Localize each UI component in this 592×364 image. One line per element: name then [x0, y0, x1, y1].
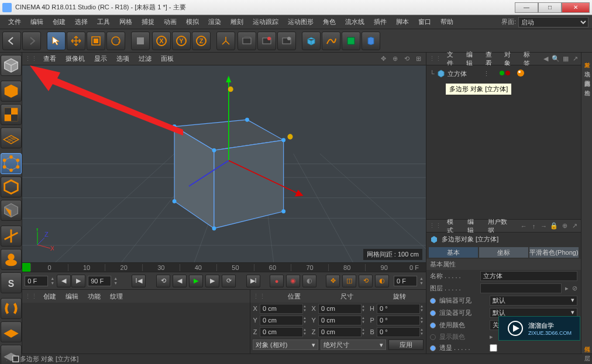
undo-button[interactable]: [2, 32, 21, 50]
menu-mesh[interactable]: 网格: [115, 16, 137, 28]
timeline-ruler[interactable]: 0 10 20 30 40 50 60 70 80 90 0 F: [22, 262, 426, 272]
menu-simulate[interactable]: 模拟: [181, 16, 204, 28]
layer-browse-icon[interactable]: ▸: [565, 285, 569, 292]
menu-mograph[interactable]: 运动图形: [283, 16, 318, 28]
add-deformer-button[interactable]: [362, 32, 380, 50]
layout-select[interactable]: 启动: [518, 17, 588, 27]
grip-icon[interactable]: ⋮⋮: [25, 293, 37, 300]
attr-tab-basic[interactable]: 基本: [429, 247, 478, 258]
vtab-takes[interactable]: 场次: [581, 64, 592, 69]
attr-back-icon[interactable]: ←: [520, 222, 528, 230]
goto-end-button[interactable]: ▶I: [246, 275, 260, 287]
vtab-browser[interactable]: 内容浏览器: [581, 74, 592, 78]
attr-tab-phong[interactable]: 平滑着色(Phong): [529, 247, 579, 258]
render-pv-button[interactable]: [257, 32, 276, 50]
om-item-cube[interactable]: └ 立方体 ⋮: [429, 68, 579, 79]
render-settings-button[interactable]: [277, 32, 296, 50]
attr-lock-icon[interactable]: 🔒: [550, 222, 558, 230]
live-select-tool[interactable]: [47, 32, 66, 50]
vp-layout-icon[interactable]: ⊞: [413, 54, 424, 64]
key-scale-button[interactable]: ◫: [342, 275, 356, 287]
edge-mode-button[interactable]: [1, 176, 22, 197]
keyframe-sel-button[interactable]: ◐: [302, 275, 316, 287]
pos-z-field[interactable]: 0 cm: [260, 327, 303, 337]
range-fwd-button[interactable]: ▶: [71, 275, 85, 287]
attr-tab-coord[interactable]: 坐标: [479, 247, 528, 258]
prop-xray-radio[interactable]: [430, 345, 436, 351]
menu-animate[interactable]: 动画: [159, 16, 181, 28]
vp-nav-zoom-icon[interactable]: ⊕: [390, 54, 400, 64]
grip-icon[interactable]: ⋮⋮: [250, 293, 268, 300]
prev-key-button[interactable]: ⟲: [156, 275, 170, 287]
coord-system-button[interactable]: [216, 32, 235, 50]
rot-p-field[interactable]: 0 °: [377, 316, 420, 325]
menu-help[interactable]: 帮助: [436, 16, 458, 28]
menu-select[interactable]: 选择: [70, 16, 92, 28]
rot-b-field[interactable]: 0 °: [377, 327, 420, 337]
menu-character[interactable]: 角色: [318, 16, 340, 28]
key-param-button[interactable]: ◐: [375, 275, 389, 287]
add-generator-button[interactable]: [342, 32, 360, 50]
redo-button[interactable]: [22, 32, 41, 50]
menu-window[interactable]: 窗口: [414, 16, 436, 28]
planar-workplane-button[interactable]: [1, 321, 22, 342]
menu-plugins[interactable]: 插件: [369, 16, 391, 28]
om-view-icon[interactable]: ▦: [562, 55, 569, 63]
move-tool[interactable]: [67, 32, 85, 50]
x-axis-lock[interactable]: X: [152, 32, 171, 50]
mat-menu-create[interactable]: 创建: [40, 291, 60, 302]
perspective-viewport[interactable]: Y X Z 网格间距 : 100 cm: [22, 65, 426, 262]
menu-file[interactable]: 文件: [4, 16, 26, 28]
playhead[interactable]: [22, 263, 30, 272]
add-cube-button[interactable]: [302, 32, 321, 50]
menu-render[interactable]: 渲染: [204, 16, 226, 28]
point-mode-button[interactable]: [1, 153, 22, 174]
render-view-button[interactable]: [238, 32, 256, 50]
next-frame-button[interactable]: ▶: [205, 275, 219, 287]
vp-menu-camera[interactable]: 摄像机: [62, 53, 88, 64]
model-mode-button[interactable]: [1, 81, 22, 102]
add-spline-button[interactable]: [322, 32, 340, 50]
workplane-mode-button[interactable]: [1, 127, 22, 148]
menu-tools[interactable]: 工具: [92, 16, 115, 28]
range-back-button[interactable]: ◀: [57, 275, 71, 287]
prev-frame-button[interactable]: ◀: [173, 275, 187, 287]
current-frame-field[interactable]: 0 F: [394, 276, 417, 286]
mat-menu-function[interactable]: 功能: [84, 291, 104, 302]
mat-menu-texture[interactable]: 纹理: [106, 291, 126, 302]
play-button[interactable]: ▶: [189, 275, 203, 287]
phong-tag-icon[interactable]: [517, 69, 525, 77]
prop-layer-field[interactable]: [480, 283, 562, 293]
prop-editor-select[interactable]: 默认▾: [490, 296, 577, 306]
next-key-button[interactable]: ⟳: [222, 275, 236, 287]
search-icon[interactable]: 🔍: [552, 55, 560, 63]
vtab-layers[interactable]: 层: [581, 349, 592, 353]
enable-snap-button[interactable]: S: [1, 272, 22, 293]
vp-menu-display[interactable]: 显示: [91, 53, 111, 64]
polygon-mode-button[interactable]: [1, 200, 22, 221]
menu-snap[interactable]: 捕捉: [137, 16, 159, 28]
prop-xray-checkbox[interactable]: [490, 344, 497, 352]
menu-edit[interactable]: 编辑: [26, 16, 48, 28]
size-z-field[interactable]: 0 cm: [318, 327, 362, 337]
rot-h-field[interactable]: 0 °: [377, 304, 420, 314]
attr-popup-icon[interactable]: ↗: [571, 222, 579, 230]
locked-workplane-button[interactable]: [1, 298, 22, 319]
spin-down-icon[interactable]: ▼: [50, 281, 54, 286]
enable-axis-button[interactable]: [1, 226, 22, 247]
layer-clear-icon[interactable]: ⊘: [572, 285, 577, 292]
vp-nav-orbit-icon[interactable]: ⟲: [401, 54, 412, 64]
vp-menu-options[interactable]: 选项: [113, 53, 133, 64]
range-start-field[interactable]: 0 F: [25, 276, 48, 286]
prop-name-field[interactable]: [480, 271, 577, 281]
menu-tracker[interactable]: 运动跟踪: [248, 16, 283, 28]
scale-tool[interactable]: [87, 32, 105, 50]
key-pos-button[interactable]: ✥: [326, 275, 340, 287]
coord-mode-select[interactable]: 对象 (相对)▾: [253, 339, 318, 350]
recent-tool[interactable]: [131, 32, 150, 50]
maximize-button[interactable]: □: [538, 2, 562, 13]
spin-up-icon[interactable]: ▲: [50, 276, 54, 281]
key-rot-button[interactable]: ⟲: [359, 275, 373, 287]
grip-icon[interactable]: ⋮⋮: [429, 55, 442, 63]
texture-mode-button[interactable]: [1, 104, 22, 125]
